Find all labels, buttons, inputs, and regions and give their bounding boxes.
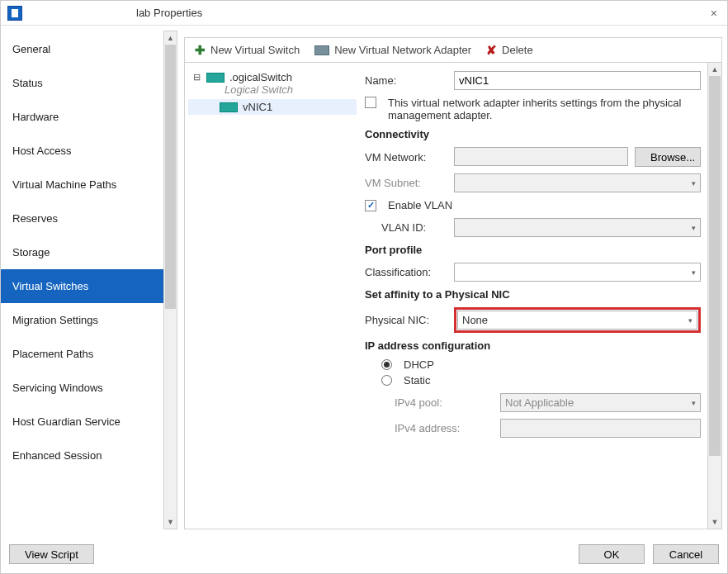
sidebar-item-virtual-switches[interactable]: Virtual Switches <box>1 269 163 303</box>
static-label: Static <box>404 374 431 387</box>
app-icon <box>7 6 22 21</box>
port-profile-header: Port profile <box>365 244 701 256</box>
tree-switch-type: Logical Switch <box>188 83 357 96</box>
sidebar-item-migration-settings[interactable]: Migration Settings <box>1 303 163 337</box>
ok-button[interactable]: OK <box>579 544 645 564</box>
sidebar-item-host-guardian[interactable]: Host Guardian Service <box>1 405 163 439</box>
chevron-down-icon: ▾ <box>692 179 696 187</box>
sidebar-item-label: Status <box>12 77 43 89</box>
vm-subnet-dropdown: ▾ <box>454 173 701 192</box>
form-scrollbar[interactable]: ▲ ▼ <box>707 63 721 529</box>
enable-vlan-checkbox[interactable] <box>365 200 376 211</box>
close-icon[interactable]: × <box>707 7 721 20</box>
view-script-button[interactable]: View Script <box>9 544 94 564</box>
collapse-icon[interactable]: ⊟ <box>191 72 201 83</box>
sidebar-item-label: Storage <box>12 246 50 259</box>
physical-nic-dropdown[interactable]: None ▾ <box>457 311 697 330</box>
sidebar: General Status Hardware Host Access Virt… <box>1 26 163 534</box>
cancel-button[interactable]: Cancel <box>653 544 719 564</box>
sidebar-item-status[interactable]: Status <box>1 66 163 100</box>
ipv4-pool-dropdown: Not Applicable ▾ <box>500 393 701 412</box>
browse-button[interactable]: Browse... <box>635 147 701 167</box>
sidebar-item-label: Servicing Windows <box>12 382 103 394</box>
name-input[interactable] <box>454 71 701 90</box>
sidebar-item-reserves[interactable]: Reserves <box>1 202 163 235</box>
switch-tree: ⊟ .ogicalSwitch Logical Switch vNIC1 <box>185 63 360 529</box>
vm-subnet-label: VM Subnet: <box>365 177 447 189</box>
sidebar-scrollbar[interactable]: ▲ ▼ <box>163 31 177 529</box>
sidebar-item-label: Migration Settings <box>12 314 98 326</box>
chevron-down-icon: ▾ <box>692 224 696 232</box>
physical-nic-value: None <box>462 314 488 326</box>
scroll-thumb[interactable] <box>709 76 721 456</box>
name-label: Name: <box>365 74 447 87</box>
vlan-id-dropdown[interactable]: ▾ <box>454 218 701 237</box>
sidebar-item-label: Host Access <box>12 145 72 157</box>
classification-label: Classification: <box>365 266 447 278</box>
sidebar-item-enhanced-session[interactable]: Enhanced Session <box>1 439 163 472</box>
connectivity-header: Connectivity <box>365 128 701 140</box>
inherit-checkbox[interactable] <box>365 97 376 108</box>
scroll-down-icon[interactable]: ▼ <box>708 515 721 529</box>
new-virtual-network-adapter-button[interactable]: New Virtual Network Adapter <box>310 42 476 58</box>
ipv4-pool-value: Not Applicable <box>505 396 574 409</box>
ip-config-header: IP address configuration <box>365 339 701 352</box>
sidebar-item-label: Virtual Machine Paths <box>12 178 116 191</box>
tree-vnic-label: vNIC1 <box>243 101 272 113</box>
ipv4-pool-label: IPv4 pool: <box>395 396 494 409</box>
sidebar-item-label: Virtual Switches <box>12 280 88 292</box>
chevron-down-icon: ▾ <box>688 316 693 325</box>
delete-icon: ✘ <box>486 43 497 58</box>
toolbar-label: New Virtual Switch <box>210 44 300 56</box>
inherit-label: This virtual network adapter inherits se… <box>388 97 701 121</box>
chevron-down-icon: ▾ <box>692 268 696 277</box>
vm-network-label: VM Network: <box>365 151 447 164</box>
vm-network-input[interactable] <box>454 147 628 166</box>
toolbar-label: Delete <box>502 44 533 56</box>
sidebar-item-storage[interactable]: Storage <box>1 235 163 269</box>
switch-icon <box>206 73 225 83</box>
sidebar-item-label: Host Guardian Service <box>12 415 121 428</box>
sidebar-item-general[interactable]: General <box>1 32 163 66</box>
physical-nic-label: Physical NIC: <box>365 314 447 326</box>
footer: View Script OK Cancel <box>1 534 727 574</box>
sidebar-item-hardware[interactable]: Hardware <box>1 100 163 134</box>
sidebar-item-label: Reserves <box>12 212 58 225</box>
dhcp-label: DHCP <box>404 358 434 371</box>
nic-icon <box>314 45 329 55</box>
vnic-icon <box>220 102 238 112</box>
toolbar-label: New Virtual Network Adapter <box>334 44 471 56</box>
title-bar: lab Properties × <box>1 1 727 26</box>
tree-switch-label: .ogicalSwitch <box>229 71 292 83</box>
scroll-up-icon[interactable]: ▲ <box>708 63 721 76</box>
affinity-header: Set affinity to a Physical NIC <box>365 288 701 301</box>
tree-vnic-row[interactable]: vNIC1 <box>188 99 357 115</box>
vlan-id-label: VLAN ID: <box>381 221 447 234</box>
sidebar-item-label: Placement Paths <box>12 348 93 360</box>
delete-button[interactable]: ✘ Delete <box>481 41 538 59</box>
ipv4-address-input <box>500 419 701 438</box>
classification-dropdown[interactable]: ▾ <box>454 263 701 282</box>
window-title: lab Properties <box>136 7 202 19</box>
dhcp-radio[interactable] <box>381 359 392 370</box>
ipv4-address-label: IPv4 address: <box>395 422 494 434</box>
static-radio[interactable] <box>381 375 392 386</box>
sidebar-item-label: Hardware <box>12 111 59 123</box>
plus-icon: ✚ <box>195 43 206 58</box>
sidebar-item-label: Enhanced Session <box>12 449 102 462</box>
sidebar-item-host-access[interactable]: Host Access <box>1 134 163 168</box>
sidebar-item-vm-paths[interactable]: Virtual Machine Paths <box>1 168 163 202</box>
scroll-thumb[interactable] <box>165 45 176 309</box>
properties-form: Name: This virtual network adapter inher… <box>360 63 707 529</box>
sidebar-item-servicing-windows[interactable]: Servicing Windows <box>1 371 163 405</box>
enable-vlan-label: Enable VLAN <box>388 199 452 211</box>
scroll-up-icon[interactable]: ▲ <box>164 31 177 45</box>
sidebar-item-label: General <box>12 43 50 55</box>
scroll-down-icon[interactable]: ▼ <box>164 515 177 529</box>
new-virtual-switch-button[interactable]: ✚ New Virtual Switch <box>190 41 305 59</box>
toolbar: ✚ New Virtual Switch New Virtual Network… <box>185 38 721 63</box>
chevron-down-icon: ▾ <box>692 399 696 407</box>
sidebar-item-placement-paths[interactable]: Placement Paths <box>1 337 163 371</box>
